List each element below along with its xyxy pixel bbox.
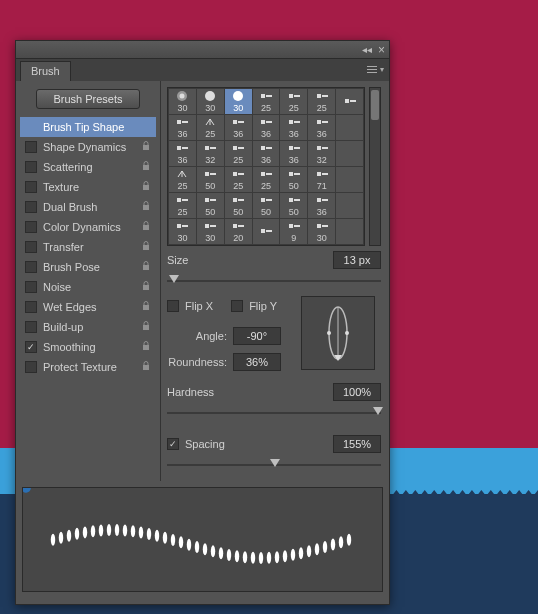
sidebar-item-dual-brush[interactable]: Dual Brush: [20, 197, 156, 217]
svg-rect-32: [294, 121, 300, 123]
brush-tip[interactable]: 36: [225, 115, 252, 140]
brush-tip[interactable]: 25: [225, 141, 252, 166]
brush-tip[interactable]: 36: [308, 193, 335, 218]
brush-tip[interactable]: 36: [169, 141, 196, 166]
brush-tip[interactable]: 30: [197, 89, 224, 114]
brush-tip[interactable]: 25: [308, 89, 335, 114]
brush-tip[interactable]: 36: [253, 141, 280, 166]
flipy-checkbox[interactable]: [231, 300, 243, 312]
hardness-slider[interactable]: [167, 406, 381, 420]
brush-tip[interactable]: 71: [308, 167, 335, 192]
checkbox[interactable]: [25, 141, 37, 153]
sidebar-item-smoothing[interactable]: ✓Smoothing: [20, 337, 156, 357]
brush-tip[interactable]: 30: [197, 219, 224, 244]
brush-tip[interactable]: 36: [280, 115, 307, 140]
checkbox[interactable]: [25, 281, 37, 293]
sidebar-item-brush-tip-shape[interactable]: Brush Tip Shape: [20, 117, 156, 137]
spacing-checkbox[interactable]: ✓: [167, 438, 179, 450]
brush-tip[interactable]: 32: [197, 141, 224, 166]
tab-brush[interactable]: Brush: [20, 61, 71, 81]
brush-tip[interactable]: 25: [169, 167, 196, 192]
brush-tip[interactable]: 32: [308, 141, 335, 166]
svg-rect-24: [177, 120, 181, 124]
size-slider[interactable]: [167, 274, 381, 288]
brush-tip[interactable]: [336, 89, 363, 114]
sidebar-item-wet-edges[interactable]: Wet Edges: [20, 297, 156, 317]
brush-tip[interactable]: 25: [280, 89, 307, 114]
brush-tip[interactable]: 20: [225, 219, 252, 244]
brush-tip[interactable]: [336, 167, 363, 192]
checkbox[interactable]: ✓: [25, 341, 37, 353]
brush-tip[interactable]: 36: [308, 115, 335, 140]
sidebar-item-texture[interactable]: Texture: [20, 177, 156, 197]
svg-point-113: [267, 552, 271, 564]
svg-point-97: [139, 526, 143, 538]
brush-tip[interactable]: [336, 141, 363, 166]
brush-presets-button[interactable]: Brush Presets: [36, 89, 139, 109]
svg-rect-66: [289, 198, 293, 202]
brush-tip[interactable]: 50: [280, 193, 307, 218]
brush-tip[interactable]: 36: [280, 141, 307, 166]
angle-value[interactable]: -90°: [233, 327, 281, 345]
svg-rect-70: [177, 224, 181, 228]
spacing-slider[interactable]: [167, 458, 381, 472]
checkbox[interactable]: [25, 241, 37, 253]
svg-point-116: [291, 549, 295, 561]
brush-tip[interactable]: [336, 219, 363, 244]
brush-tip[interactable]: 25: [197, 115, 224, 140]
checkbox[interactable]: [25, 181, 37, 193]
sidebar-item-brush-pose[interactable]: Brush Pose: [20, 257, 156, 277]
brush-tip[interactable]: 50: [197, 193, 224, 218]
sidebar-item-build-up[interactable]: Build-up: [20, 317, 156, 337]
svg-point-120: [323, 541, 327, 553]
brush-tip[interactable]: [336, 193, 363, 218]
svg-rect-78: [289, 224, 293, 228]
svg-point-122: [339, 536, 343, 548]
brush-tip[interactable]: 25: [253, 89, 280, 114]
sidebar-item-shape-dynamics[interactable]: Shape Dynamics: [20, 137, 156, 157]
angle-preview[interactable]: [301, 296, 375, 370]
brush-tip[interactable]: 30: [308, 219, 335, 244]
svg-rect-62: [233, 198, 237, 202]
hardness-value[interactable]: 100%: [333, 383, 381, 401]
checkbox[interactable]: [25, 161, 37, 173]
roundness-value[interactable]: 36%: [233, 353, 281, 371]
brush-tip[interactable]: 25: [253, 167, 280, 192]
brush-tip[interactable]: 50: [280, 167, 307, 192]
brush-tip[interactable]: 9: [280, 219, 307, 244]
svg-rect-74: [233, 224, 237, 228]
close-icon[interactable]: ×: [378, 43, 385, 57]
sidebar-item-protect-texture[interactable]: Protect Texture: [20, 357, 156, 377]
sidebar-item-scattering[interactable]: Scattering: [20, 157, 156, 177]
brush-tip[interactable]: 25: [169, 193, 196, 218]
sidebar-item-label: Texture: [43, 181, 135, 193]
panel-menu-icon[interactable]: [367, 63, 385, 75]
brush-tip-grid[interactable]: 3030302525253625363636363632253636322550…: [167, 87, 365, 246]
checkbox[interactable]: [25, 201, 37, 213]
flipx-checkbox[interactable]: [167, 300, 179, 312]
brush-tip[interactable]: 50: [253, 193, 280, 218]
brush-tip[interactable]: 30: [169, 89, 196, 114]
brush-tip[interactable]: 30: [225, 89, 252, 114]
brush-tip[interactable]: 30: [169, 219, 196, 244]
checkbox[interactable]: [25, 301, 37, 313]
size-value[interactable]: 13 px: [333, 251, 381, 269]
brush-tip[interactable]: 25: [225, 167, 252, 192]
checkbox[interactable]: [25, 221, 37, 233]
checkbox[interactable]: [25, 261, 37, 273]
svg-point-107: [219, 547, 223, 559]
brush-tip[interactable]: 36: [253, 115, 280, 140]
brush-tip[interactable]: 50: [225, 193, 252, 218]
sidebar-item-noise[interactable]: Noise: [20, 277, 156, 297]
collapse-icon[interactable]: ◂◂: [362, 44, 372, 55]
sidebar-item-transfer[interactable]: Transfer: [20, 237, 156, 257]
checkbox[interactable]: [25, 361, 37, 373]
brush-tip[interactable]: [253, 219, 280, 244]
sidebar-item-color-dynamics[interactable]: Color Dynamics: [20, 217, 156, 237]
brush-tip[interactable]: [336, 115, 363, 140]
spacing-value[interactable]: 155%: [333, 435, 381, 453]
checkbox[interactable]: [25, 321, 37, 333]
scrollbar[interactable]: [369, 87, 381, 246]
brush-tip[interactable]: 36: [169, 115, 196, 140]
brush-tip[interactable]: 50: [197, 167, 224, 192]
